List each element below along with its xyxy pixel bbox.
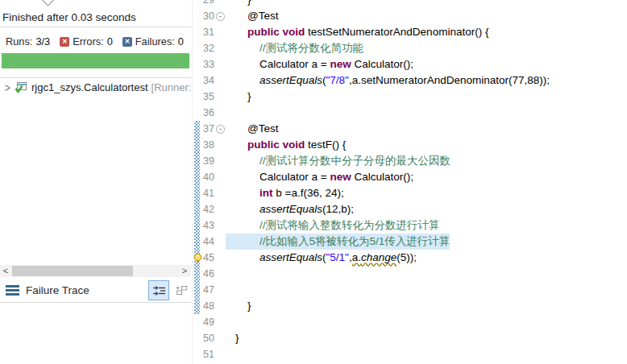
code-line[interactable]: 35 } (193, 89, 627, 105)
junit-panel: Finished after 0.03 seconds Runs: 3/3 ✕ … (0, 0, 191, 364)
fold-ruler (214, 266, 226, 282)
divider (0, 27, 191, 27)
fold-ruler (214, 330, 226, 346)
collapse-icon[interactable]: - (216, 125, 225, 134)
line-number[interactable]: 40 (193, 169, 214, 185)
scroll-right-arrow-icon[interactable]: > (179, 265, 190, 277)
line-number[interactable]: 38 (193, 137, 214, 153)
code-line[interactable]: 31 public void testSetNumeratorAndDenomi… (193, 24, 627, 40)
code-editor[interactable]: 29 }30- @Test31 public void testSetNumer… (192, 0, 627, 364)
code-text (226, 314, 235, 330)
test-tree-item[interactable]: > rjgc1_szys.Calculatortest [Runner: (3, 81, 191, 93)
test-progress-bar (2, 53, 189, 68)
line-number[interactable]: 43 (193, 217, 214, 234)
line-number[interactable]: 39 (193, 153, 214, 169)
collapse-icon[interactable]: - (216, 12, 225, 21)
code-line[interactable]: 32 //测试将分数化简功能 (193, 40, 627, 56)
code-line[interactable]: 50} (193, 330, 627, 346)
line-number[interactable]: 46 (193, 266, 214, 282)
code-line[interactable]: 34 assertEquals("7/8",a.setNumeratorAndD… (193, 72, 627, 89)
line-number[interactable]: 32 (193, 40, 214, 56)
code-text: //测试将输入整数转化为分数进行计算 (226, 217, 440, 234)
code-text: } (226, 89, 251, 105)
code-lines: 29 }30- @Test31 public void testSetNumer… (193, 0, 627, 362)
code-text: Calculator a = new Calculator(); (226, 56, 413, 72)
code-text: assertEquals("7/8",a.setNumeratorAndDeno… (226, 72, 550, 89)
code-line[interactable]: 41 int b =a.f(36, 24); (193, 185, 627, 201)
compare-result-button[interactable] (172, 281, 191, 300)
code-text: assertEquals(12,b); (226, 201, 354, 217)
fold-ruler (214, 250, 226, 266)
code-line[interactable]: 37- @Test (193, 121, 627, 137)
code-text: } (226, 0, 251, 8)
code-line[interactable]: 49 (193, 314, 627, 330)
line-number[interactable]: 29 (193, 0, 214, 8)
code-text: } (226, 298, 251, 314)
code-line[interactable]: 48 } (193, 298, 627, 314)
code-text: public void testF() { (226, 137, 346, 153)
horizontal-scrollbar[interactable]: < > (0, 265, 191, 277)
line-number[interactable]: 49 (193, 314, 214, 330)
errors-icon: ✕ (60, 37, 69, 47)
compare-result-icon (176, 285, 188, 296)
test-class-icon (15, 81, 27, 93)
fold-ruler (214, 217, 226, 234)
code-line[interactable]: 42 assertEquals(12,b); (193, 201, 627, 217)
code-line[interactable]: 30- @Test (193, 8, 627, 24)
divider (0, 77, 191, 78)
fold-ruler (214, 201, 226, 217)
fold-ruler (214, 137, 226, 153)
code-line[interactable]: 36 (193, 105, 627, 121)
scrollbar-thumb[interactable] (12, 266, 133, 276)
code-line[interactable]: 47 (193, 282, 627, 298)
fold-ruler (214, 24, 226, 40)
line-number[interactable]: 44 (193, 234, 214, 250)
fold-ruler: - (214, 8, 226, 24)
failure-trace-menu-icon[interactable] (6, 283, 19, 297)
code-line[interactable]: 40 Calculator a = new Calculator(); (193, 169, 627, 185)
line-number[interactable]: 51 (193, 346, 214, 362)
code-line[interactable]: 39 //测试计算分数中分子分母的最大公因数 (193, 153, 627, 169)
code-text: //测试将分数化简功能 (226, 40, 363, 56)
code-line[interactable]: 38 public void testF() { (193, 137, 627, 153)
test-counters: Runs: 3/3 ✕ Errors: 0 ✕ Failures: 0 (6, 35, 193, 48)
code-line[interactable]: 29 } (193, 0, 627, 8)
failures-label: Failures: (135, 35, 175, 48)
code-line[interactable]: 43 //测试将输入整数转化为分数进行计算 (193, 217, 627, 234)
line-number[interactable]: 34 (193, 72, 214, 89)
test-class-name: rjgc1_szys.Calculatortest (31, 81, 148, 93)
code-line[interactable]: 44 //比如输入5将被转化为5/1传入进行计算 (193, 234, 627, 250)
line-number[interactable]: 50 (193, 330, 214, 346)
filter-stack-trace-button[interactable] (148, 280, 169, 300)
code-text: //测试计算分数中分子分母的最大公因数 (226, 153, 451, 169)
runs-value: 3/3 (35, 35, 50, 48)
line-number[interactable]: 47 (193, 282, 214, 298)
line-number[interactable]: 37 (193, 121, 214, 137)
fold-ruler (214, 56, 226, 72)
line-number[interactable]: 36 (193, 105, 214, 121)
expand-chevron-icon[interactable]: > (5, 81, 10, 93)
line-number[interactable]: 41 (193, 185, 214, 201)
code-text: int b =a.f(36, 24); (226, 185, 344, 201)
line-number[interactable]: 42 (193, 201, 214, 217)
code-line[interactable]: 45 assertEquals("5/1",a.change(5)); (193, 250, 627, 266)
warning-marker-icon[interactable] (193, 253, 203, 264)
toolbar-partial-icon (40, 0, 55, 6)
line-number[interactable]: 30 (193, 8, 214, 24)
line-number[interactable]: 48 (193, 298, 214, 314)
line-number[interactable]: 33 (193, 56, 214, 72)
scroll-left-arrow-icon[interactable]: < (0, 265, 11, 277)
line-number[interactable]: 31 (193, 24, 214, 40)
code-line[interactable]: 46 (193, 266, 627, 282)
code-text: Calculator a = new Calculator(); (226, 169, 413, 185)
fold-ruler (214, 89, 226, 105)
errors-value: 0 (107, 35, 113, 48)
code-line[interactable]: 33 Calculator a = new Calculator(); (193, 56, 627, 72)
junit-toolbar (0, 0, 191, 10)
code-text (226, 105, 235, 121)
code-line[interactable]: 51 (193, 346, 627, 362)
finished-status: Finished after 0.03 seconds (2, 11, 136, 23)
fold-ruler (214, 0, 226, 8)
line-number[interactable]: 35 (193, 89, 214, 105)
test-progress-fill (2, 53, 189, 68)
